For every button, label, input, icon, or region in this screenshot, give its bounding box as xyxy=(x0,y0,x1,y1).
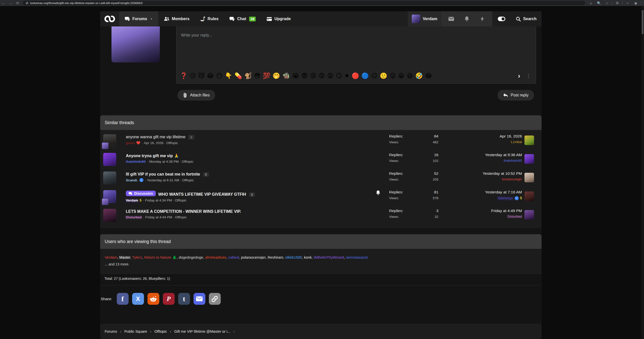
emoji-button[interactable]: 😧 xyxy=(327,73,333,79)
viewer-username[interactable]: Reshiram xyxy=(268,255,285,259)
last-post-avatar[interactable] xyxy=(524,210,534,220)
share-link-button[interactable] xyxy=(209,293,221,305)
emoji-button[interactable]: 😂 xyxy=(207,73,214,79)
thread-row[interactable]: Anyone tryna gift me vip 🙏 ihatefoids65 … xyxy=(100,151,542,169)
last-post-avatar[interactable] xyxy=(524,191,534,201)
emoji-button[interactable]: ❓ xyxy=(180,73,187,79)
breadcrumb-item[interactable]: Offtopic xyxy=(154,329,174,333)
site-logo[interactable] xyxy=(100,11,119,26)
nav-rules[interactable]: Rules xyxy=(195,11,224,26)
thread-author[interactable]: Verdam xyxy=(126,198,138,202)
theme-toggle[interactable] xyxy=(492,11,511,26)
viewer-username[interactable]: ollieb1500 xyxy=(285,255,304,259)
nav-upgrade[interactable]: Upgrade xyxy=(261,11,296,26)
inbox-envelope-icon[interactable] xyxy=(443,17,459,21)
editor-menu-dots-icon[interactable]: ⋮ xyxy=(525,73,532,79)
lens-icon[interactable]: ◉ xyxy=(632,1,639,5)
last-post-user[interactable]: ihatefoids65 xyxy=(504,159,522,162)
nav-chat[interactable]: Chat 29 xyxy=(224,11,261,26)
attach-files-button[interactable]: Attach files xyxy=(177,90,215,100)
viewer-username[interactable]: dogedogedoge xyxy=(179,255,205,259)
last-post-user[interactable]: Disturbed xyxy=(507,215,522,218)
emoji-button[interactable]: 💊 xyxy=(235,73,242,79)
thread-title[interactable]: Anyone tryna gift me vip 🙏 xyxy=(126,153,365,158)
emoji-button[interactable]: 😀 xyxy=(398,73,404,79)
emoji-button[interactable]: 😐 xyxy=(371,73,377,79)
emoji-button[interactable]: 😢 xyxy=(310,73,316,79)
share-pinterest-button[interactable]: P xyxy=(163,293,175,305)
share-reddit-button[interactable] xyxy=(147,293,159,305)
back-icon[interactable]: ← xyxy=(0,1,7,5)
emoji-button[interactable]: 🔴 xyxy=(352,73,359,79)
emoji-expand-icon[interactable]: › xyxy=(515,72,523,80)
thread-avatar[interactable] xyxy=(103,172,116,185)
thread-author[interactable]: Scandi. xyxy=(126,178,138,182)
last-post-user[interactable]: L1mbal xyxy=(511,140,522,144)
last-post-date[interactable]: Yesterday at 9:36 AM xyxy=(439,153,522,157)
last-post-avatar[interactable] xyxy=(524,173,534,182)
emoji-button[interactable]: 🙂 xyxy=(380,73,387,79)
viewer-username[interactable]: Return to Nature 🌲 xyxy=(144,255,179,259)
post-reply-button[interactable]: Post reply xyxy=(498,90,534,100)
chevron-down-icon[interactable]: ▼ xyxy=(150,18,153,20)
thread-avatar[interactable] xyxy=(103,190,116,203)
emoji-button[interactable]: 😰 xyxy=(319,73,325,79)
scrollbar-thumb[interactable] xyxy=(642,10,643,34)
thread-title[interactable]: Discussion WHO WANTS LIFETIME VIP GIVEAW… xyxy=(126,191,365,197)
nav-members[interactable]: Members xyxy=(158,11,195,26)
last-post-avatar[interactable] xyxy=(524,154,534,164)
emoji-button[interactable]: 👇 xyxy=(225,73,232,79)
breadcrumb-item[interactable]: Public Square xyxy=(124,329,154,333)
side-panel-icon[interactable]: ⌕ xyxy=(624,1,631,5)
emoji-button[interactable]: 😏 xyxy=(336,73,342,79)
thread-title[interactable]: LETS MAKE A COMPETITION - WINNER WINS LI… xyxy=(126,209,365,214)
current-user-avatar[interactable] xyxy=(111,26,160,62)
emoji-button[interactable]: 😆 xyxy=(407,73,413,79)
emoji-button[interactable]: 🔵 xyxy=(361,73,369,79)
last-post-user[interactable]: iblamexyz xyxy=(498,196,513,200)
viewer-username[interactable]: Master xyxy=(119,255,132,259)
downloads-icon[interactable]: ⤓ xyxy=(587,1,595,5)
emoji-button[interactable]: 😥 xyxy=(190,73,196,79)
thread-row[interactable]: anyone wanna gift me vip lifetime2 gucci… xyxy=(100,132,542,151)
viewer-username[interactable]: konk xyxy=(304,255,314,259)
thread-avatar[interactable] xyxy=(103,209,116,222)
last-post-avatar[interactable] xyxy=(524,135,534,145)
last-post-user[interactable]: kisslessvirgin xyxy=(502,177,522,181)
emoji-button[interactable]: 🤭 xyxy=(273,73,280,79)
zoom-icon[interactable]: 🔍 xyxy=(595,1,603,5)
thread-title[interactable]: Ill gift VIP if you can beat me in fortn… xyxy=(126,172,365,177)
reload-icon[interactable]: ⟳ xyxy=(14,1,21,5)
bookmark-star-icon[interactable]: ☆ xyxy=(603,1,611,5)
last-post-date[interactable]: Apr 16, 2026 xyxy=(439,134,522,139)
breadcrumb-item[interactable]: Gift me VIP lifetime @Master or i... xyxy=(174,329,238,333)
page-scrollbar[interactable] xyxy=(641,6,644,339)
account-menu[interactable]: Verdam xyxy=(408,11,441,26)
emoji-button[interactable]: 🧌 xyxy=(282,73,290,79)
share-tumblr-button[interactable]: t xyxy=(178,293,190,305)
emoji-button[interactable]: 😛 xyxy=(390,73,396,79)
thread-title[interactable]: anyone wanna gift me vip lifetime2 xyxy=(126,135,365,139)
thread-avatar[interactable] xyxy=(103,153,116,166)
nav-search[interactable]: Search xyxy=(511,11,542,26)
reply-editor[interactable]: Write your reply... ❓😥😼😂😶👇💊🐒😳💯🤭🧌😭😨😢😰😧😏⚫🔴… xyxy=(176,26,536,84)
thread-row[interactable]: LETS MAKE A COMPETITION - WINNER WINS LI… xyxy=(100,207,542,225)
emoji-button[interactable]: 😶 xyxy=(216,73,222,79)
extensions-icon[interactable]: ⧉ xyxy=(614,1,621,5)
breadcrumb-item[interactable]: Forums xyxy=(105,329,124,333)
last-post-date[interactable]: Yesterday at 10:52 PM xyxy=(439,171,522,176)
emoji-button[interactable]: ⚫ xyxy=(344,73,349,79)
emoji-button[interactable]: 🐒 xyxy=(244,73,252,79)
viewer-username[interactable]: polarascensipn xyxy=(241,255,268,259)
emoji-button[interactable]: 🤣 xyxy=(415,73,423,79)
thread-author[interactable]: Disturbed xyxy=(126,215,142,219)
last-post-date[interactable]: Friday at 4:49 PM xyxy=(439,209,522,213)
nav-forums[interactable]: Forums ▼ xyxy=(119,11,158,26)
viewer-username[interactable]: WilhelmThyWizard xyxy=(314,255,346,259)
viewer-username[interactable]: iamnotaracist xyxy=(346,255,368,259)
emoji-button[interactable]: 😂 xyxy=(425,73,432,79)
discussion-prefix-badge[interactable]: Discussion xyxy=(126,191,156,196)
share-x-twitter-button[interactable]: X xyxy=(132,293,144,305)
emoji-button[interactable]: 😼 xyxy=(198,73,205,79)
viewer-username[interactable]: afroheadluke xyxy=(205,255,228,259)
